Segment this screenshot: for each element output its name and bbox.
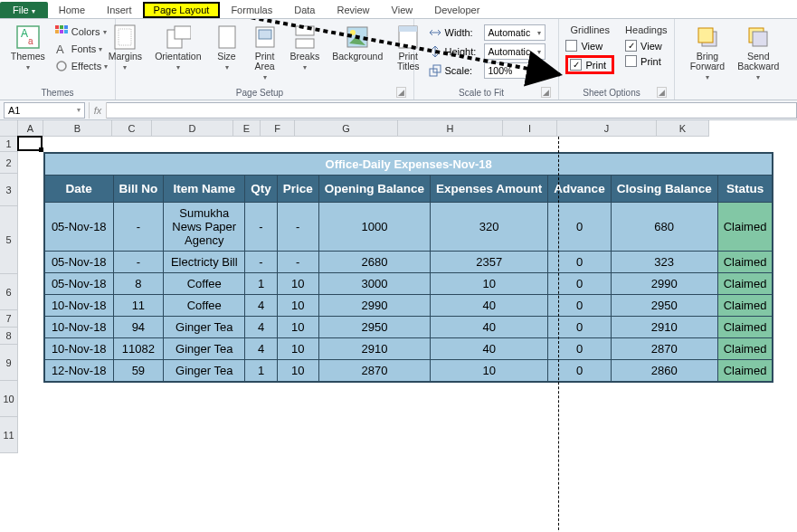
column-header[interactable]: K bbox=[657, 120, 709, 137]
effects-button[interactable]: Effects ▾ bbox=[54, 59, 108, 73]
chevron-down-icon: ▾ bbox=[303, 63, 307, 71]
height-selector[interactable]: Automatic▾ bbox=[484, 43, 546, 60]
orientation-button[interactable]: Orientation▾ bbox=[151, 23, 204, 73]
tab-page-layout[interactable]: Page Layout bbox=[143, 2, 221, 18]
breaks-label: Breaks bbox=[290, 52, 320, 62]
print-area-button[interactable]: Print Area▾ bbox=[249, 23, 281, 83]
cells-area[interactable]: Office-Daily Expenses-Nov-18DateBill NoI… bbox=[18, 137, 797, 383]
row-headers[interactable]: 123567891011 bbox=[0, 137, 18, 453]
select-all-button[interactable] bbox=[0, 120, 18, 137]
width-label: Width: bbox=[445, 27, 481, 38]
row-header[interactable]: 1 bbox=[0, 137, 18, 152]
svg-rect-17 bbox=[259, 30, 271, 39]
column-header[interactable]: J bbox=[557, 120, 657, 137]
group-title-page-setup: Page Setup bbox=[236, 88, 283, 98]
table-title: Office-Daily Expenses-Nov-18 bbox=[44, 153, 773, 176]
svg-rect-8 bbox=[64, 30, 68, 33]
tab-insert[interactable]: Insert bbox=[96, 2, 143, 18]
tab-review[interactable]: Review bbox=[326, 2, 380, 18]
background-button[interactable]: Background bbox=[328, 23, 386, 63]
tab-formulas[interactable]: Formulas bbox=[220, 2, 283, 18]
table-cell: 2990 bbox=[318, 295, 430, 317]
table-row: 10-Nov-1811Coffee41029904002950Claimed bbox=[44, 295, 773, 317]
table-cell: 10 bbox=[431, 273, 548, 295]
orientation-icon bbox=[166, 24, 191, 50]
gridlines-print-checkbox[interactable]: ✓Print bbox=[565, 55, 614, 74]
column-header[interactable]: H bbox=[398, 120, 503, 137]
table-cell: 10 bbox=[277, 295, 318, 317]
table-header-cell: Price bbox=[277, 176, 318, 203]
gridlines-view-checkbox[interactable]: View bbox=[565, 40, 614, 52]
fonts-button[interactable]: A Fonts ▾ bbox=[54, 42, 108, 56]
row-header[interactable]: 6 bbox=[0, 274, 18, 310]
tab-home[interactable]: Home bbox=[48, 2, 96, 18]
column-header[interactable]: F bbox=[261, 120, 295, 137]
row-header[interactable]: 2 bbox=[0, 152, 18, 174]
formula-input[interactable] bbox=[107, 102, 797, 119]
tab-view[interactable]: View bbox=[381, 2, 424, 18]
tab-file[interactable]: File bbox=[0, 2, 48, 18]
margins-button[interactable]: Margins▾ bbox=[105, 23, 146, 73]
table-cell: 2910 bbox=[611, 317, 717, 338]
row-header[interactable]: 7 bbox=[0, 310, 18, 328]
tab-data[interactable]: Data bbox=[283, 2, 326, 18]
table-cell: 10 bbox=[277, 360, 318, 383]
table-cell: - bbox=[245, 203, 278, 252]
column-header[interactable]: E bbox=[233, 120, 261, 137]
chevron-down-icon: ▾ bbox=[225, 63, 229, 71]
dialog-launcher-icon[interactable]: ◢ bbox=[541, 87, 551, 98]
table-cell: 40 bbox=[431, 317, 548, 338]
column-header[interactable]: C bbox=[112, 120, 152, 137]
table-cell: 10 bbox=[277, 273, 318, 295]
breaks-button[interactable]: Breaks▾ bbox=[287, 23, 324, 73]
svg-text:A: A bbox=[56, 43, 64, 55]
table-cell: 4 bbox=[245, 295, 278, 317]
table-cell: Ginger Tea bbox=[164, 338, 245, 360]
row-header[interactable]: 5 bbox=[0, 206, 18, 274]
size-label: Size bbox=[217, 52, 235, 62]
themes-button[interactable]: Aa Themes ▾ bbox=[7, 23, 49, 73]
svg-point-10 bbox=[57, 62, 66, 71]
breaks-icon bbox=[292, 24, 318, 50]
width-selector[interactable]: Automatic▾ bbox=[484, 24, 546, 41]
row-header[interactable]: 3 bbox=[0, 174, 18, 206]
size-button[interactable]: Size▾ bbox=[211, 23, 243, 73]
column-header[interactable]: G bbox=[295, 120, 398, 137]
dialog-launcher-icon[interactable]: ◢ bbox=[657, 87, 667, 98]
table-header-cell: Bill No bbox=[113, 176, 164, 203]
table-cell: 10-Nov-18 bbox=[44, 338, 113, 360]
row-header[interactable]: 9 bbox=[0, 345, 18, 381]
table-cell: 2870 bbox=[318, 360, 430, 383]
dialog-launcher-icon[interactable]: ◢ bbox=[396, 87, 406, 98]
page-break-indicator bbox=[558, 137, 559, 532]
row-header[interactable]: 11 bbox=[0, 417, 18, 453]
headings-print-checkbox[interactable]: Print bbox=[625, 55, 667, 67]
width-icon bbox=[428, 25, 442, 40]
column-header[interactable]: I bbox=[503, 120, 557, 137]
tab-developer[interactable]: Developer bbox=[423, 2, 490, 18]
table-cell: 1 bbox=[245, 360, 278, 383]
colors-button[interactable]: Colors ▾ bbox=[54, 24, 108, 39]
table-cell: Coffee bbox=[164, 273, 245, 295]
svg-rect-4 bbox=[60, 25, 63, 29]
chevron-down-icon: ▾ bbox=[756, 73, 760, 81]
bring-forward-button[interactable]: Bring Forward▾ bbox=[687, 23, 729, 83]
row-header[interactable]: 8 bbox=[0, 328, 18, 345]
scale-spinner[interactable]: 100%▲▼ bbox=[484, 62, 546, 79]
table-cell: 4 bbox=[245, 317, 278, 338]
svg-point-21 bbox=[350, 30, 356, 35]
column-header[interactable]: D bbox=[152, 120, 233, 137]
svg-rect-6 bbox=[55, 30, 59, 33]
headings-view-checkbox[interactable]: ✓View bbox=[625, 40, 667, 52]
row-header[interactable]: 10 bbox=[0, 381, 18, 417]
column-headers[interactable]: ABCDEFGHIJK bbox=[18, 120, 797, 137]
name-box[interactable]: A1▾ bbox=[4, 102, 85, 119]
column-header[interactable]: B bbox=[43, 120, 112, 137]
spreadsheet-grid[interactable]: ABCDEFGHIJK 123567891011 Office-Daily Ex… bbox=[0, 120, 797, 532]
column-header[interactable]: A bbox=[18, 120, 43, 137]
send-backward-button[interactable]: Send Backward▾ bbox=[734, 23, 783, 83]
background-label: Background bbox=[332, 52, 383, 62]
fx-icon[interactable]: fx bbox=[89, 102, 107, 119]
height-value: Automatic bbox=[489, 46, 531, 57]
spinner-down-icon[interactable]: ▼ bbox=[535, 71, 541, 76]
